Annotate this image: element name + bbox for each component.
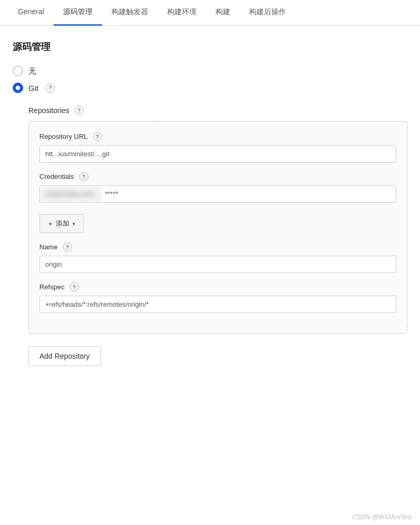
refspec-help-icon[interactable]: ? [70,282,79,291]
credentials-label-row: Credentials ? [39,172,396,181]
repo-url-group: Repository URL ? [39,132,396,163]
tab-postbuild[interactable]: 构建后操作 [240,0,295,26]
tab-trigger[interactable]: 构建触发器 [102,0,158,26]
tab-source[interactable]: 源码管理 [54,0,102,26]
repositories-label: Repositories ? [28,106,407,115]
credentials-label: Credentials [39,173,74,180]
refspec-input[interactable] [39,296,396,313]
add-btn-label: 添加 [56,219,69,228]
tab-general[interactable]: General [8,0,54,26]
refspec-group: Refspec ? [39,282,396,313]
add-btn-arrow-icon: ▾ [73,221,75,227]
name-label-row: Name ? [39,243,396,251]
radio-none[interactable] [13,66,23,76]
credentials-help-icon[interactable]: ? [79,172,88,181]
add-credentials-button[interactable]: + 添加 ▾ [39,214,84,233]
git-help-icon[interactable]: ? [46,84,55,93]
add-repository-button[interactable]: Add Repository [28,346,101,366]
credentials-prefix: credentials-user [40,186,100,202]
nav-tabs: General 源码管理 构建触发器 构建环境 构建 构建后操作 [0,0,420,26]
repo-url-input[interactable] [39,145,396,163]
tab-env[interactable]: 构建环境 [158,0,206,26]
footer-watermark: CSDN @WXMiniTest [352,513,412,521]
scm-option-none[interactable]: 无 [13,66,407,76]
scm-radio-group: 无 Git ? [13,66,407,93]
name-group: Name ? [39,243,396,273]
page-title: 源码管理 [13,41,407,53]
repositories-help-icon[interactable]: ? [75,106,84,115]
repository-card: Repository URL ? Credentials ? credentia… [28,121,407,334]
name-help-icon[interactable]: ? [63,243,72,251]
scm-none-label: 无 [28,66,36,76]
scm-git-label: Git [28,84,38,93]
tab-build[interactable]: 构建 [206,0,240,26]
add-btn-wrapper: + 添加 ▾ [39,212,396,233]
refspec-label-row: Refspec ? [39,282,396,291]
repo-url-label: Repository URL [39,133,88,140]
scm-option-git[interactable]: Git ? [13,83,407,93]
credentials-wrapper[interactable]: credentials-user ***** [39,185,396,203]
name-label: Name [39,243,58,251]
refspec-label: Refspec [39,283,65,291]
page-content: 源码管理 无 Git ? Repositories ? Repository U… [0,26,420,381]
repositories-section: Repositories ? Repository URL ? Credenti… [28,106,407,366]
radio-git[interactable] [13,83,23,93]
repo-url-label-row: Repository URL ? [39,132,396,141]
repo-url-help-icon[interactable]: ? [93,132,102,141]
name-input[interactable] [39,256,396,273]
credentials-group: Credentials ? credentials-user ***** [39,172,396,203]
credentials-dots: ***** [100,186,396,202]
plus-icon: + [48,220,53,228]
